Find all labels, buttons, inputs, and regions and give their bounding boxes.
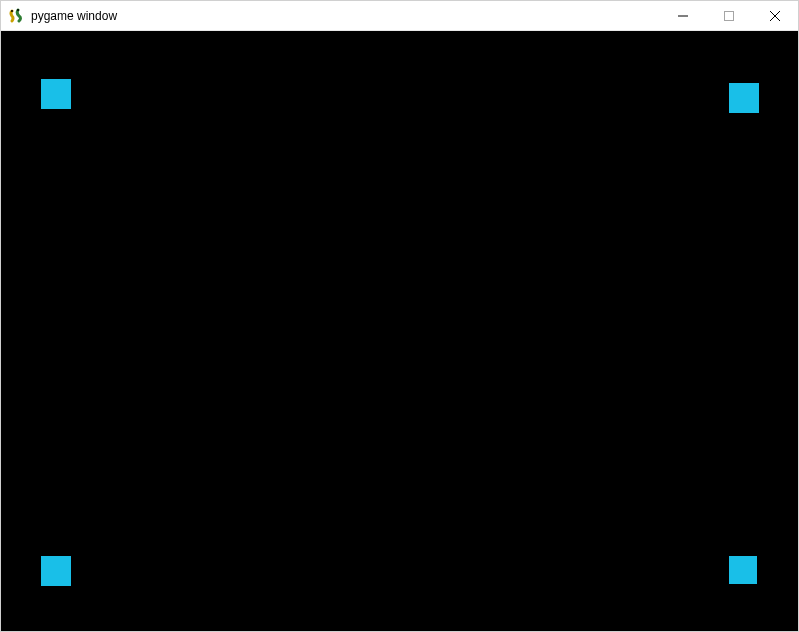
- svg-rect-4: [725, 11, 734, 20]
- application-window: pygame window: [0, 0, 799, 632]
- svg-point-1: [11, 10, 13, 12]
- maximize-button[interactable]: [706, 1, 752, 30]
- game-square-bottom-left: [41, 556, 71, 586]
- close-button[interactable]: [752, 1, 798, 30]
- pygame-snake-icon: [9, 8, 25, 24]
- svg-point-2: [17, 9, 19, 11]
- titlebar[interactable]: pygame window: [1, 1, 798, 31]
- game-square-top-left: [41, 79, 71, 109]
- window-controls: [660, 1, 798, 30]
- game-square-top-right: [729, 83, 759, 113]
- window-title: pygame window: [31, 9, 660, 23]
- game-canvas[interactable]: [1, 31, 798, 631]
- minimize-button[interactable]: [660, 1, 706, 30]
- game-square-bottom-right: [729, 556, 757, 584]
